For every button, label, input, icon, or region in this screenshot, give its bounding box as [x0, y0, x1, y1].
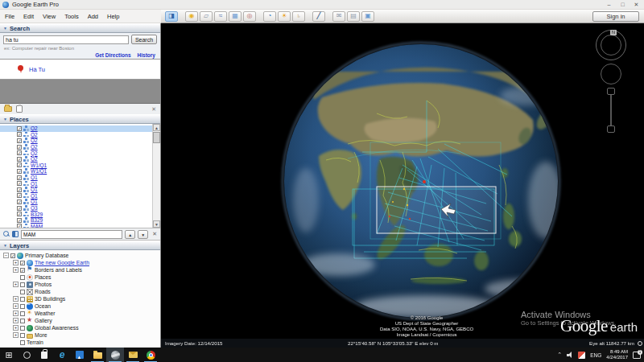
- zoom-track[interactable]: [610, 95, 612, 125]
- action-center-icon[interactable]: 1: [633, 352, 641, 359]
- checkbox-checked-icon[interactable]: ✓: [17, 150, 22, 155]
- layer-item-primary-database[interactable]: −✓Primary Database: [0, 252, 160, 259]
- add-image-overlay-button[interactable]: ▦: [229, 11, 242, 22]
- checkbox-checked-icon[interactable]: ✓: [17, 224, 22, 228]
- expander-plus-icon[interactable]: +: [13, 282, 19, 287]
- layer-item-places[interactable]: Places: [0, 274, 160, 281]
- search-button[interactable]: Search: [131, 35, 157, 44]
- taskbar-file-explorer-button[interactable]: [89, 348, 106, 362]
- checkbox-checked-icon[interactable]: ✓: [17, 157, 22, 162]
- checkbox-unchecked-icon[interactable]: [20, 275, 25, 280]
- places-item-q2[interactable]: ✓Q2: [0, 144, 152, 150]
- clear-results-icon[interactable]: ✕: [151, 106, 156, 113]
- sign-in-button[interactable]: Sign in: [592, 11, 639, 22]
- places-item-b329[interactable]: ✓B329: [0, 211, 152, 217]
- add-polygon-button[interactable]: ▱: [200, 11, 213, 22]
- places-item-q1[interactable]: ✓Q1: [0, 175, 152, 181]
- layers-panel-header[interactable]: ▼ Layers: [0, 241, 160, 250]
- history-link[interactable]: History: [138, 52, 155, 58]
- places-item-q3[interactable]: ✓Q3: [0, 205, 152, 212]
- layer-item-global-awareness[interactable]: +Global Awareness: [0, 324, 160, 331]
- taskbar-cortana-button[interactable]: [18, 348, 35, 362]
- taskbar-chrome-button[interactable]: [142, 348, 159, 362]
- email-button[interactable]: ✉: [332, 11, 345, 22]
- find-magnifier-icon[interactable]: [3, 231, 10, 237]
- places-item-label[interactable]: MAM: [31, 224, 43, 228]
- zoom-in-button[interactable]: [607, 88, 615, 95]
- print-button[interactable]: ▤: [347, 11, 360, 22]
- places-item-w1-q1[interactable]: ✓W1/Q1: [0, 168, 152, 175]
- scroll-down-arrow-icon[interactable]: ▼: [153, 220, 160, 228]
- places-item-label[interactable]: Q1: [31, 181, 38, 187]
- checkbox-unchecked-icon[interactable]: [20, 297, 25, 302]
- earth-globe[interactable]: [161, 23, 644, 339]
- places-item-b329[interactable]: ✓B329: [0, 217, 152, 224]
- look-joystick[interactable]: N: [596, 30, 626, 60]
- checkbox-checked-icon[interactable]: ✓: [10, 253, 15, 258]
- places-item-label[interactable]: Q2: [31, 156, 38, 162]
- expander-plus-icon[interactable]: +: [13, 318, 19, 323]
- taskbar-google-earth-button[interactable]: [106, 348, 124, 362]
- checkbox-unchecked-icon[interactable]: [20, 311, 25, 316]
- expander-plus-icon[interactable]: +: [13, 267, 19, 273]
- checkbox-checked-icon[interactable]: ✓: [17, 193, 22, 198]
- places-item-label[interactable]: Q1: [31, 175, 38, 180]
- menu-item-view[interactable]: View: [43, 13, 56, 20]
- layer-item-more[interactable]: +More: [0, 331, 160, 339]
- taskbar-store-button[interactable]: [35, 348, 53, 362]
- scrollbar-thumb[interactable]: [153, 132, 160, 143]
- taskbar-mail-button[interactable]: [124, 348, 142, 362]
- checkbox-checked-icon[interactable]: ✓: [17, 162, 22, 167]
- taskbar-start-button[interactable]: ⊞: [0, 348, 18, 362]
- checkbox-checked-icon[interactable]: ✓: [17, 132, 22, 137]
- zoom-slider[interactable]: [607, 88, 615, 133]
- checkbox-unchecked-icon[interactable]: [20, 326, 25, 331]
- tray-app-icon[interactable]: [578, 352, 585, 359]
- checkbox-unchecked-icon[interactable]: [20, 290, 25, 294]
- places-item-label[interactable]: Q3: [31, 205, 38, 211]
- checkbox-checked-icon[interactable]: ✓: [17, 126, 22, 131]
- scroll-up-arrow-icon[interactable]: ▲: [153, 124, 160, 131]
- layer-item-ocean[interactable]: +Ocean: [0, 302, 160, 310]
- find-clear-icon[interactable]: ✕: [152, 231, 157, 237]
- record-tour-button[interactable]: ◎: [243, 11, 256, 22]
- places-item-q1[interactable]: ✓Q1: [0, 193, 152, 200]
- taskbar-clock[interactable]: 8:49 AM 4/24/2017: [606, 349, 628, 360]
- places-item-w1-q1[interactable]: ✓W1/Q1: [0, 162, 152, 169]
- zoom-out-button[interactable]: [607, 125, 615, 133]
- planets-button[interactable]: ♄: [292, 11, 305, 22]
- ruler-button[interactable]: ╱: [312, 11, 325, 22]
- find-next-button[interactable]: ▼: [138, 230, 148, 239]
- layer-item-weather[interactable]: +Weather: [0, 310, 160, 317]
- historical-imagery-button[interactable]: ◔: [263, 11, 276, 22]
- layer-item-3d-buildings[interactable]: +3D Buildings: [0, 295, 160, 302]
- taskbar-edge-button[interactable]: e: [53, 348, 71, 362]
- places-item-label[interactable]: Q2: [31, 125, 38, 131]
- find-panel-icon[interactable]: [12, 231, 19, 237]
- places-find-input[interactable]: [21, 230, 122, 239]
- places-scrollbar[interactable]: ▲ ▼: [152, 124, 160, 228]
- layer-item-roads[interactable]: Roads: [0, 288, 160, 295]
- taskbar-photos-button[interactable]: [71, 348, 89, 362]
- maximize-button[interactable]: □: [617, 1, 629, 9]
- checkbox-checked-icon[interactable]: ✓: [17, 187, 22, 192]
- menu-item-tools[interactable]: Tools: [64, 13, 79, 20]
- places-item-label[interactable]: Q1: [31, 187, 38, 192]
- places-item-label[interactable]: B329: [31, 217, 43, 223]
- move-joystick[interactable]: [601, 64, 621, 84]
- checkbox-unchecked-icon[interactable]: [20, 340, 25, 345]
- add-to-places-icon[interactable]: [4, 106, 12, 112]
- expander-plus-icon[interactable]: +: [13, 332, 19, 338]
- places-item-label[interactable]: W1/Q1: [31, 162, 47, 168]
- places-item-q2[interactable]: ✓Q2: [0, 156, 152, 162]
- places-item-label[interactable]: W1/Q1: [31, 168, 47, 174]
- search-input[interactable]: [3, 35, 129, 44]
- checkbox-checked-icon[interactable]: ✓: [17, 212, 22, 216]
- places-item-q2[interactable]: ✓Q2: [0, 150, 152, 156]
- places-item-label[interactable]: Q1: [31, 199, 38, 204]
- places-item-label[interactable]: Q2: [31, 144, 38, 150]
- sunlight-button[interactable]: ☀: [278, 11, 291, 22]
- places-item-q1[interactable]: ✓Q1: [0, 187, 152, 193]
- toggle-sidebar-button[interactable]: ◨: [165, 11, 178, 22]
- places-panel-header[interactable]: ▼ Places: [0, 114, 160, 124]
